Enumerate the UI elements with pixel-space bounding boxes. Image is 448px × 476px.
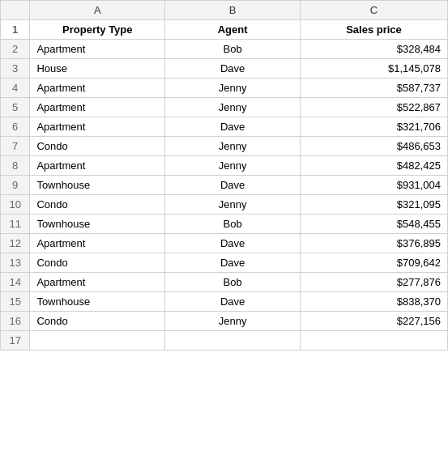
- table-body: 1Property TypeAgentSales price2Apartment…: [1, 20, 448, 351]
- cell-sales-price: $548,455: [301, 215, 448, 234]
- table-row: 15TownhouseDave$838,370: [1, 292, 448, 312]
- table-row: 16CondoJenny$227,156: [1, 312, 448, 331]
- cell-agent: Dave: [165, 117, 301, 137]
- data-header-row: 1Property TypeAgentSales price: [1, 20, 448, 40]
- cell-property-type: Condo: [30, 312, 165, 331]
- row-number: 15: [1, 292, 30, 312]
- row-number: 14: [1, 273, 30, 292]
- table-row: 11TownhouseBob$548,455: [1, 215, 448, 234]
- table-row: 12ApartmentDave$376,895: [1, 234, 448, 253]
- row-number: 6: [1, 117, 30, 137]
- table-row: 9TownhouseDave$931,004: [1, 176, 448, 195]
- col-header-b: B: [165, 1, 301, 20]
- cell-property-type: Apartment: [30, 98, 165, 117]
- cell-sales-price: $838,370: [301, 292, 448, 312]
- cell-sales-price: $321,095: [301, 195, 448, 215]
- cell-property-type: Townhouse: [30, 292, 165, 312]
- cell-agent: Dave: [165, 292, 301, 312]
- cell-agent: Bob: [165, 40, 301, 59]
- cell-sales-price: $321,706: [301, 117, 448, 137]
- row-number: 1: [1, 20, 30, 40]
- cell-agent: Jenny: [165, 98, 301, 117]
- column-header-row: A B C: [1, 1, 448, 20]
- cell-sales-price: $522,867: [301, 98, 448, 117]
- table-row: 6ApartmentDave$321,706: [1, 117, 448, 137]
- row-number: 9: [1, 176, 30, 195]
- cell-sales-price: $931,004: [301, 176, 448, 195]
- table-row: 2ApartmentBob$328,484: [1, 40, 448, 59]
- cell-sales-price: $227,156: [301, 312, 448, 331]
- cell-sales-price: $376,895: [301, 234, 448, 253]
- table-row: 13CondoDave$709,642: [1, 253, 448, 273]
- table-row: 5ApartmentJenny$522,867: [1, 98, 448, 117]
- table-row: 14ApartmentBob$277,876: [1, 273, 448, 292]
- cell-sales-price: $486,653: [301, 137, 448, 156]
- cell-property-type: Property Type: [30, 20, 165, 40]
- cell-agent: Jenny: [165, 312, 301, 331]
- cell-property-type: Condo: [30, 253, 165, 273]
- cell-agent: Dave: [165, 59, 301, 79]
- table-row: 3HouseDave$1,145,078: [1, 59, 448, 79]
- cell-agent: Jenny: [165, 137, 301, 156]
- row-number: 12: [1, 234, 30, 253]
- table-row: 10CondoJenny$321,095: [1, 195, 448, 215]
- table-row: 4ApartmentJenny$587,737: [1, 79, 448, 98]
- cell-agent: Bob: [165, 215, 301, 234]
- cell-agent: Jenny: [165, 156, 301, 176]
- col-header-a: A: [30, 1, 165, 20]
- cell-sales-price: [301, 331, 448, 351]
- cell-property-type: Condo: [30, 137, 165, 156]
- row-number: 4: [1, 79, 30, 98]
- row-number: 13: [1, 253, 30, 273]
- cell-sales-price: $1,145,078: [301, 59, 448, 79]
- col-header-c: C: [301, 1, 448, 20]
- empty-row: 17: [1, 331, 448, 351]
- cell-property-type: Apartment: [30, 234, 165, 253]
- cell-property-type: Townhouse: [30, 215, 165, 234]
- table-row: 7CondoJenny$486,653: [1, 137, 448, 156]
- row-number: 10: [1, 195, 30, 215]
- row-number: 11: [1, 215, 30, 234]
- cell-agent: Dave: [165, 176, 301, 195]
- cell-agent: Jenny: [165, 79, 301, 98]
- cell-property-type: Apartment: [30, 117, 165, 137]
- cell-property-type: House: [30, 59, 165, 79]
- spreadsheet: A B C 1Property TypeAgentSales price2Apa…: [0, 0, 448, 351]
- row-number: 8: [1, 156, 30, 176]
- row-number: 5: [1, 98, 30, 117]
- cell-property-type: Apartment: [30, 273, 165, 292]
- cell-property-type: Apartment: [30, 40, 165, 59]
- cell-sales-price: $328,484: [301, 40, 448, 59]
- cell-sales-price: $482,425: [301, 156, 448, 176]
- table-row: 8ApartmentJenny$482,425: [1, 156, 448, 176]
- cell-property-type: Apartment: [30, 156, 165, 176]
- cell-sales-price: $709,642: [301, 253, 448, 273]
- cell-agent: Dave: [165, 253, 301, 273]
- row-number: 17: [1, 331, 30, 351]
- row-number: 3: [1, 59, 30, 79]
- cell-property-type: Apartment: [30, 79, 165, 98]
- cell-agent: [165, 331, 301, 351]
- cell-agent: Dave: [165, 234, 301, 253]
- cell-property-type: Townhouse: [30, 176, 165, 195]
- cell-property-type: Condo: [30, 195, 165, 215]
- row-number: 2: [1, 40, 30, 59]
- cell-agent: Agent: [165, 20, 301, 40]
- cell-sales-price: Sales price: [301, 20, 448, 40]
- cell-sales-price: $277,876: [301, 273, 448, 292]
- cell-property-type: [30, 331, 165, 351]
- row-number: 7: [1, 137, 30, 156]
- cell-agent: Jenny: [165, 195, 301, 215]
- row-number: 16: [1, 312, 30, 331]
- corner-cell: [1, 1, 30, 20]
- cell-agent: Bob: [165, 273, 301, 292]
- cell-sales-price: $587,737: [301, 79, 448, 98]
